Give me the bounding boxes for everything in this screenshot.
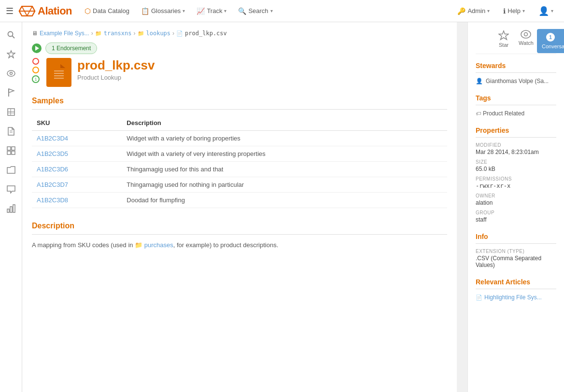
sidebar-layers[interactable]	[2, 103, 20, 121]
search-nav-icon: 🔍	[238, 7, 246, 15]
table-header-row: SKU Description	[32, 115, 447, 131]
info-title: Info	[476, 233, 556, 240]
data-catalog-icon: ⬡	[85, 7, 91, 15]
breadcrumb-lookups-icon: 📁	[138, 30, 144, 37]
sidebar-folder[interactable]	[2, 161, 20, 179]
endorsement-section: 1 Endorsement	[32, 42, 447, 54]
stewards-divider	[476, 72, 556, 73]
svg-rect-17	[12, 147, 15, 150]
svg-point-7	[7, 70, 15, 76]
modified-value: Mar 28 2014, 8:23:01am	[476, 149, 556, 155]
svg-rect-16	[7, 147, 11, 150]
description-divider	[32, 234, 447, 235]
info-divider	[476, 243, 556, 244]
main-container: 🖥 Example File Sys... › 📁 transxns › 📁 l…	[22, 22, 564, 392]
hamburger-menu[interactable]: ☰	[6, 6, 14, 16]
content-area: 🖥 Example File Sys... › 📁 transxns › 📁 l…	[22, 22, 457, 392]
breadcrumb-filesystem-link[interactable]: Example File Sys...	[40, 30, 89, 37]
file-type-icon	[46, 58, 71, 87]
user-avatar-icon: 👤	[538, 6, 549, 16]
info-section: Info EXTENSION (TYPE) .CSV (Comma Separa…	[476, 233, 556, 268]
nav-track-label: Track	[207, 7, 222, 14]
sku-cell: A1B2C3D5	[32, 146, 122, 162]
nav-admin[interactable]: 🔑 Admin ▾	[452, 4, 494, 18]
status-indicators: 1	[32, 58, 40, 83]
tag-item: 🏷 Product Related	[476, 110, 556, 117]
stewards-title: Stewards	[476, 62, 556, 70]
conversations-label: Conversations	[542, 43, 564, 49]
sidebar-flag[interactable]	[2, 84, 20, 101]
svg-rect-22	[13, 205, 15, 212]
status-circle-green: 1	[32, 75, 40, 83]
nav-admin-label: Admin	[467, 7, 485, 14]
nav-search-label: Search	[248, 7, 268, 14]
watch-label: Watch	[519, 40, 534, 46]
star-icon	[498, 30, 509, 41]
breadcrumb-lookups-link[interactable]: lookups	[146, 30, 171, 37]
description-cell: Doodad for flumpfing	[122, 193, 447, 208]
endorsement-badge[interactable]: 1 Endorsement	[45, 42, 97, 54]
relevant-articles-title: Relevant Articles	[476, 278, 556, 286]
purchases-folder-icon: 📁	[135, 241, 142, 249]
sidebar-star[interactable]	[2, 45, 20, 63]
description-cell: Thingamagig used for nothing in particul…	[122, 177, 447, 193]
tags-section: Tags 🏷 Product Related	[476, 94, 556, 117]
help-caret-icon: ▾	[522, 8, 525, 14]
article-item[interactable]: 📄 Highlighting File Sys...	[476, 294, 556, 301]
star-sidebar-icon	[7, 50, 15, 58]
nav-search[interactable]: 🔍 Search ▾	[233, 4, 277, 18]
nav-help-label: Help	[508, 7, 521, 14]
extension-value: .CSV (Comma Separated Values)	[476, 255, 556, 268]
breadcrumb-transxns-link[interactable]: transxns	[104, 30, 132, 37]
sidebar-chart[interactable]	[2, 200, 20, 217]
user-caret-icon: ▾	[551, 8, 553, 14]
sidebar-grid[interactable]	[2, 142, 20, 159]
article-name: Highlighting File Sys...	[484, 294, 542, 301]
col-sku: SKU	[32, 115, 122, 131]
modified-label: MODIFIED	[476, 142, 556, 148]
svg-line-5	[12, 36, 14, 39]
alation-logo-icon	[18, 5, 36, 17]
alation-logo-text: Alation	[38, 5, 72, 17]
breadcrumb-transxns-icon: 📁	[95, 30, 102, 37]
svg-point-8	[10, 72, 12, 75]
breadcrumb-filesystem-icon: 🖥	[32, 30, 38, 37]
sidebar-chat[interactable]	[2, 181, 20, 198]
sidebar-search[interactable]	[2, 26, 20, 43]
samples-table: SKU Description A1B2C3D4 Widget with a v…	[32, 115, 447, 208]
svg-point-29	[521, 30, 531, 38]
table-row: A1B2C3D4 Widget with a variety of boring…	[32, 131, 447, 146]
sku-cell: A1B2C3D8	[32, 193, 122, 208]
size-label: SIZE	[476, 159, 556, 165]
col-description: Description	[122, 115, 447, 131]
play-button[interactable]	[32, 43, 42, 53]
sku-cell: A1B2C3D7	[32, 177, 122, 193]
folder-icon	[7, 166, 15, 174]
search-caret-icon: ▾	[270, 8, 273, 14]
tag-name: Product Related	[483, 110, 524, 117]
samples-divider	[32, 109, 447, 110]
permissions-label: PERMISSIONS	[476, 176, 556, 182]
file-subtitle: Product Lookup	[77, 74, 155, 81]
nav-glossaries[interactable]: 📋 Glossaries ▾	[136, 4, 190, 18]
nav-help[interactable]: ℹ Help ▾	[498, 4, 530, 18]
sku-cell: A1B2C3D4	[32, 131, 122, 146]
logo[interactable]: ☰ Alation	[6, 5, 72, 17]
table-row: A1B2C3D7 Thingamagig used for nothing in…	[32, 177, 447, 193]
group-label: GROUP	[476, 210, 556, 215]
status-circle-red	[32, 58, 39, 65]
purchases-link[interactable]: purchases	[144, 241, 173, 249]
breadcrumb-current: prod_lkp.csv	[185, 30, 227, 37]
watch-button[interactable]: Watch	[519, 30, 534, 48]
nav-track[interactable]: 📈 Track ▾	[192, 4, 231, 18]
conversations-button[interactable]: 1 Conversations	[537, 29, 564, 53]
extension-label: EXTENSION (TYPE)	[476, 249, 556, 254]
star-button[interactable]: Star	[498, 30, 509, 48]
chart-icon	[7, 204, 15, 213]
track-caret-icon: ▾	[224, 8, 226, 14]
nav-user[interactable]: 👤 ▾	[534, 3, 558, 19]
glossaries-caret-icon: ▾	[183, 8, 185, 14]
sidebar-eye[interactable]	[2, 65, 20, 82]
nav-data-catalog[interactable]: ⬡ Data Catalog	[80, 4, 134, 18]
sidebar-doc[interactable]	[2, 123, 20, 140]
